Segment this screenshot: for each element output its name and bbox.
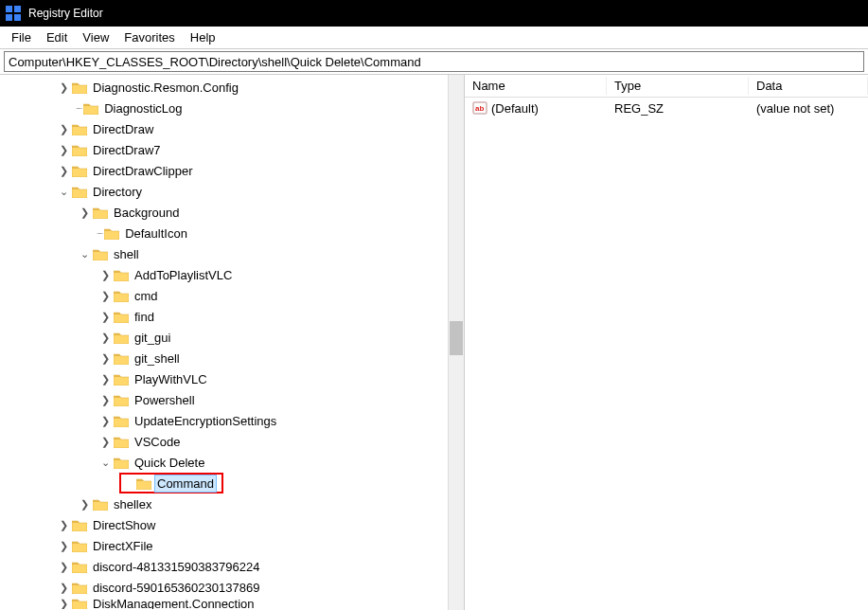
tree-item[interactable]: ❯cmd (0, 285, 464, 306)
folder-icon (114, 436, 129, 448)
tree-label: cmd (133, 288, 160, 304)
tree-label: VSCode (133, 434, 182, 450)
menu-edit[interactable]: Edit (39, 28, 75, 46)
folder-icon (72, 519, 87, 531)
tree-item[interactable]: ❯DiskManagement.Connection (0, 598, 464, 609)
tree-item[interactable]: ❯Powershell (0, 389, 464, 410)
tree-item[interactable]: ❯VSCode (0, 431, 464, 452)
tree-label: DirectXFile (91, 538, 155, 554)
folder-icon (72, 598, 87, 609)
expander-icon[interactable]: ❯ (57, 144, 70, 156)
value-list-pane: Name Type Data ab(Default)REG_SZ(value n… (464, 75, 868, 610)
expander-icon[interactable]: ❯ (57, 540, 70, 552)
expander-icon[interactable]: ⌄ (78, 248, 91, 260)
expander-icon[interactable]: ❯ (57, 165, 70, 177)
value-name: (Default) (491, 101, 539, 116)
expander-icon[interactable]: ❯ (57, 582, 70, 594)
expander-icon[interactable]: ❯ (57, 598, 70, 609)
expander-icon[interactable]: ❯ (57, 561, 70, 573)
header-name[interactable]: Name (465, 77, 607, 95)
expander-icon[interactable]: ❯ (98, 311, 112, 323)
tree-item[interactable]: ❯DirectDraw7 (0, 139, 464, 160)
tree-item[interactable]: ❯DirectDrawClipper (0, 160, 464, 181)
tree-view[interactable]: ❯Diagnostic.Resmon.Config·····Diagnostic… (0, 75, 464, 609)
tree-scrollbar[interactable] (448, 75, 464, 610)
tree-item[interactable]: ❯discord-590165360230137869 (0, 577, 464, 598)
tree-item[interactable]: ⌄shell (0, 243, 464, 264)
tree-label: Directory (91, 184, 144, 200)
tree-item[interactable]: ⌄Directory (0, 181, 464, 202)
tree-label: find (133, 309, 156, 325)
folder-icon (72, 81, 87, 94)
expander-icon[interactable]: ❯ (57, 519, 70, 531)
tree-item[interactable]: ❯Background (0, 202, 464, 223)
folder-icon (114, 415, 129, 427)
tree-label: discord-590165360230137869 (91, 580, 261, 596)
menu-help[interactable]: Help (183, 28, 223, 46)
svg-rect-3 (14, 14, 21, 21)
expander-icon[interactable]: ❯ (98, 352, 112, 365)
tree-connector: ····· (76, 104, 81, 113)
tree-item[interactable]: ❯find (0, 306, 464, 327)
tree-label: Command (155, 475, 216, 492)
tree-item[interactable]: ❯DirectXFile (0, 535, 464, 556)
expander-icon[interactable]: ❯ (57, 81, 70, 94)
svg-rect-2 (6, 14, 12, 21)
value-data-cell: (value not set) (749, 99, 868, 117)
tree-item[interactable]: ❯Diagnostic.Resmon.Config (0, 77, 464, 98)
expander-icon[interactable]: ❯ (98, 269, 112, 281)
expander-icon[interactable]: ❯ (98, 394, 112, 406)
menu-view[interactable]: View (75, 28, 116, 46)
header-type[interactable]: Type (607, 77, 749, 95)
expander-icon[interactable]: ❯ (98, 436, 112, 448)
tree-item[interactable]: ❯git_shell (0, 348, 464, 368)
scrollbar-thumb[interactable] (450, 321, 463, 355)
expander-icon[interactable]: ❯ (78, 498, 91, 511)
tree-item[interactable]: ❯DirectShow (0, 514, 464, 535)
value-list-body: ab(Default)REG_SZ(value not set) (465, 98, 868, 118)
list-header-row: Name Type Data (465, 75, 868, 98)
tree-label: shellex (112, 496, 153, 512)
titlebar: Registry Editor (0, 0, 868, 27)
menu-favorites[interactable]: Favorites (116, 28, 182, 46)
content-area: ❯Diagnostic.Resmon.Config·····Diagnostic… (0, 74, 868, 610)
folder-icon (72, 186, 87, 198)
value-type-cell: REG_SZ (607, 99, 749, 117)
tree-item[interactable]: ❯git_gui (0, 327, 464, 348)
header-data[interactable]: Data (749, 77, 868, 95)
address-bar[interactable]: Computer\HKEY_CLASSES_ROOT\Directory\she… (4, 51, 864, 72)
folder-icon (114, 311, 129, 323)
expander-icon[interactable]: ❯ (98, 290, 112, 302)
tree-item[interactable]: ❯shellex (0, 493, 464, 514)
address-path: Computer\HKEY_CLASSES_ROOT\Directory\she… (9, 55, 421, 69)
tree-pane: ❯Diagnostic.Resmon.Config·····Diagnostic… (0, 75, 464, 610)
tree-item[interactable]: ❯AddToPlaylistVLC (0, 264, 464, 285)
tree-item[interactable]: ❯UpdateEncryptionSettings (0, 410, 464, 431)
tree-item[interactable]: ❯DirectDraw (0, 118, 464, 139)
tree-item[interactable]: Command (0, 473, 464, 493)
tree-item[interactable]: ❯discord-481331590383796224 (0, 556, 464, 577)
expander-icon[interactable]: ❯ (98, 332, 112, 344)
expander-icon[interactable]: ⌄ (98, 457, 112, 469)
expander-icon[interactable]: ❯ (98, 373, 112, 386)
folder-icon (72, 123, 87, 135)
tree-label: DefaultIcon (123, 225, 189, 242)
folder-icon (72, 165, 87, 177)
svg-rect-0 (6, 6, 12, 12)
folder-icon (72, 144, 87, 156)
folder-icon (114, 332, 129, 344)
folder-icon (72, 540, 87, 552)
tree-item[interactable]: ·····DefaultIcon (0, 223, 464, 243)
value-row[interactable]: ab(Default)REG_SZ(value not set) (465, 98, 868, 118)
tree-item[interactable]: ·····DiagnosticLog (0, 98, 464, 118)
expander-icon[interactable]: ❯ (57, 123, 70, 135)
menu-file[interactable]: File (4, 28, 39, 46)
tree-item[interactable]: ❯PlayWithVLC (0, 368, 464, 389)
folder-icon (104, 227, 119, 240)
expander-icon[interactable]: ⌄ (57, 186, 70, 198)
tree-label: DirectDraw (91, 121, 155, 137)
folder-icon (93, 206, 108, 219)
expander-icon[interactable]: ❯ (98, 415, 112, 427)
expander-icon[interactable]: ❯ (78, 206, 91, 219)
tree-item[interactable]: ⌄Quick Delete (0, 452, 464, 473)
